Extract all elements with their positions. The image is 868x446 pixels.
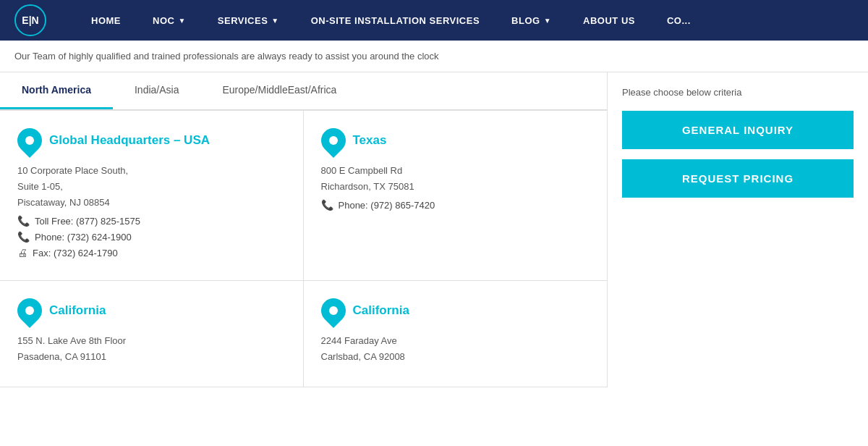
phone-icon-1: 📞 bbox=[17, 215, 30, 227]
texas-name: Texas bbox=[353, 133, 387, 148]
ca2-address: 2244 Faraday Ave Carlsbad, CA 92008 bbox=[321, 333, 590, 365]
hq-toll-free: 📞 Toll Free: (877) 825-1575 bbox=[17, 215, 286, 227]
ca2-title-row: California bbox=[321, 298, 590, 323]
texas-pin-icon bbox=[315, 123, 350, 158]
left-panel: North America India/Asia Europe/MiddleEa… bbox=[0, 72, 608, 387]
logo[interactable]: E|N bbox=[14, 4, 46, 36]
texas-address: 800 E Campbell Rd Richardson, TX 75081 bbox=[321, 163, 590, 195]
tab-india-asia[interactable]: India/Asia bbox=[113, 72, 200, 109]
blog-caret: ▼ bbox=[544, 17, 551, 25]
nav-onsite[interactable]: ON-SITE INSTALLATION SERVICES bbox=[295, 0, 495, 41]
hq-address: 10 Corporate Place South, Suite 1-05, Pi… bbox=[17, 163, 286, 211]
tabs: North America India/Asia Europe/MiddleEa… bbox=[0, 72, 607, 110]
hq-phone: 📞 Phone: (732) 624-1900 bbox=[17, 231, 286, 243]
noc-caret: ▼ bbox=[178, 17, 185, 25]
ca1-pin-icon bbox=[12, 293, 47, 328]
location-card-ca1: California 155 N. Lake Ave 8th Floor Pas… bbox=[0, 281, 304, 387]
hq-fax: 🖨 Fax: (732) 624-1790 bbox=[17, 247, 286, 258]
texas-title-row: Texas bbox=[321, 128, 590, 153]
ca1-address: 155 N. Lake Ave 8th Floor Pasadena, CA 9… bbox=[17, 333, 286, 365]
general-inquiry-button[interactable]: GENERAL INQUIRY bbox=[622, 111, 854, 149]
nav-noc[interactable]: NOC ▼ bbox=[137, 0, 202, 41]
location-grid: Global Headquarters – USA 10 Corporate P… bbox=[0, 110, 607, 387]
ca2-name: California bbox=[353, 303, 409, 318]
location-card-ca2: California 2244 Faraday Ave Carlsbad, CA… bbox=[304, 281, 608, 387]
fax-icon: 🖨 bbox=[17, 247, 27, 258]
texas-phone: 📞 Phone: (972) 865-7420 bbox=[321, 199, 590, 211]
subheader-text: Our Team of highly qualified and trained… bbox=[14, 51, 439, 62]
nav-co[interactable]: CO... bbox=[651, 0, 707, 41]
ca1-title-row: California bbox=[17, 298, 286, 323]
phone-icon-2: 📞 bbox=[17, 231, 30, 243]
ca1-name: California bbox=[49, 303, 106, 318]
location-card-texas: Texas 800 E Campbell Rd Richardson, TX 7… bbox=[304, 111, 608, 281]
right-panel: Please choose below criteria GENERAL INQ… bbox=[608, 72, 868, 387]
nav-services[interactable]: SERVICES ▼ bbox=[202, 0, 295, 41]
hq-title-row: Global Headquarters – USA bbox=[17, 128, 286, 153]
hq-name: Global Headquarters – USA bbox=[49, 133, 210, 148]
hq-pin-icon bbox=[12, 123, 47, 158]
services-caret: ▼ bbox=[271, 17, 278, 25]
nav-blog[interactable]: BLOG ▼ bbox=[495, 0, 567, 41]
tab-north-america[interactable]: North America bbox=[0, 72, 113, 109]
location-card-hq: Global Headquarters – USA 10 Corporate P… bbox=[0, 111, 304, 281]
navbar: E|N HOME NOC ▼ SERVICES ▼ ON-SITE INSTAL… bbox=[0, 0, 868, 41]
nav-home[interactable]: HOME bbox=[75, 0, 137, 41]
nav-about[interactable]: ABOUT US bbox=[567, 0, 651, 41]
nav-links: HOME NOC ▼ SERVICES ▼ ON-SITE INSTALLATI… bbox=[75, 0, 854, 41]
phone-icon-3: 📞 bbox=[321, 199, 333, 211]
request-pricing-button[interactable]: REQUEST PRICING bbox=[622, 159, 854, 198]
criteria-text: Please choose below criteria bbox=[622, 87, 854, 98]
ca2-pin-icon bbox=[315, 293, 350, 328]
main-content: North America India/Asia Europe/MiddleEa… bbox=[0, 72, 868, 387]
tab-europe[interactable]: Europe/MiddleEast/Africa bbox=[200, 72, 358, 109]
subheader: Our Team of highly qualified and trained… bbox=[0, 41, 868, 72]
